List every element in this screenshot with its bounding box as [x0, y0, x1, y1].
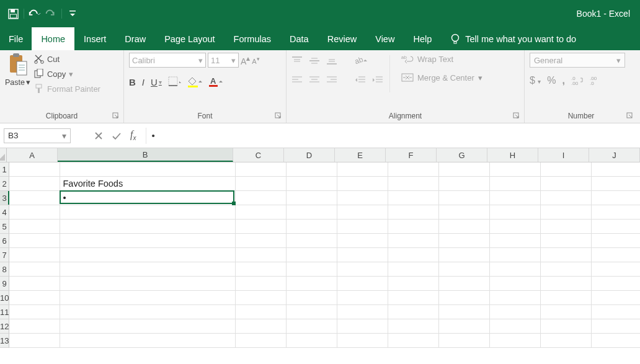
- font-color-button[interactable]: A: [209, 76, 224, 87]
- cell[interactable]: [9, 334, 60, 348]
- cancel-icon[interactable]: [94, 131, 103, 140]
- column-header[interactable]: A: [7, 148, 58, 162]
- column-header[interactable]: I: [538, 148, 589, 162]
- borders-button[interactable]: [168, 76, 182, 87]
- column-header[interactable]: J: [589, 148, 640, 162]
- row-header[interactable]: 2: [0, 177, 9, 191]
- cell[interactable]: [490, 220, 541, 234]
- cell[interactable]: [439, 305, 490, 319]
- cell[interactable]: [439, 205, 490, 220]
- cell[interactable]: [236, 191, 287, 205]
- cell[interactable]: [337, 234, 388, 248]
- tab-draw[interactable]: Draw: [115, 27, 155, 50]
- cell[interactable]: [490, 234, 541, 248]
- cell[interactable]: [388, 234, 439, 248]
- column-header[interactable]: D: [284, 148, 335, 162]
- customize-qat-button[interactable]: [66, 7, 79, 20]
- cell[interactable]: [60, 234, 236, 248]
- cell[interactable]: Favorite Foods: [60, 177, 236, 191]
- name-box[interactable]: B3 ▾: [4, 128, 71, 143]
- row-header[interactable]: 9: [0, 277, 9, 291]
- cell[interactable]: [490, 291, 541, 305]
- cell[interactable]: [236, 220, 287, 234]
- column-header[interactable]: H: [487, 148, 538, 162]
- paste-split-button[interactable]: Paste▾: [5, 53, 30, 87]
- cell[interactable]: [388, 205, 439, 220]
- dialog-launcher-icon[interactable]: [513, 112, 522, 121]
- cell[interactable]: [60, 162, 236, 177]
- column-header[interactable]: E: [335, 148, 386, 162]
- cell[interactable]: [439, 262, 490, 277]
- cell[interactable]: [9, 177, 60, 191]
- row-header[interactable]: 7: [0, 248, 9, 262]
- dialog-launcher-icon[interactable]: [626, 112, 635, 121]
- row-header[interactable]: 4: [0, 205, 9, 220]
- copy-button[interactable]: Copy ▾: [34, 69, 100, 79]
- cell[interactable]: [541, 234, 592, 248]
- cell[interactable]: [388, 191, 439, 205]
- row-header[interactable]: 11: [0, 305, 9, 319]
- cell[interactable]: [541, 319, 592, 334]
- cell[interactable]: [337, 162, 388, 177]
- cell[interactable]: [490, 248, 541, 262]
- tab-page-layout[interactable]: Page Layout: [155, 27, 224, 50]
- cell[interactable]: [337, 248, 388, 262]
- cell[interactable]: [9, 291, 60, 305]
- cell[interactable]: [337, 262, 388, 277]
- font-size-combo[interactable]: 11▾: [208, 53, 239, 68]
- cut-button[interactable]: Cut: [34, 54, 100, 64]
- bold-button[interactable]: B: [129, 77, 136, 87]
- cell[interactable]: [287, 334, 337, 348]
- cell[interactable]: [388, 334, 439, 348]
- align-right-icon[interactable]: [326, 75, 337, 85]
- cell[interactable]: [60, 205, 236, 220]
- row-header[interactable]: 13: [0, 334, 9, 348]
- cell[interactable]: [236, 177, 287, 191]
- cell[interactable]: [490, 205, 541, 220]
- cell[interactable]: [236, 305, 287, 319]
- fill-color-button[interactable]: [188, 76, 203, 87]
- cell[interactable]: [592, 205, 640, 220]
- cell[interactable]: [287, 305, 337, 319]
- cell[interactable]: [592, 319, 640, 334]
- cell[interactable]: [388, 277, 439, 291]
- tab-view[interactable]: View: [366, 27, 404, 50]
- cell[interactable]: [9, 262, 60, 277]
- cell[interactable]: [541, 220, 592, 234]
- cell[interactable]: [287, 234, 337, 248]
- tab-file[interactable]: File: [0, 27, 32, 50]
- tab-data[interactable]: Data: [280, 27, 318, 50]
- dialog-launcher-icon[interactable]: [275, 112, 283, 121]
- cell[interactable]: [236, 234, 287, 248]
- cell[interactable]: [490, 177, 541, 191]
- align-left-icon[interactable]: [291, 75, 303, 85]
- cell[interactable]: [592, 191, 640, 205]
- cell[interactable]: [541, 191, 592, 205]
- cell[interactable]: [287, 162, 337, 177]
- cell[interactable]: [236, 334, 287, 348]
- cell[interactable]: [490, 334, 541, 348]
- cell[interactable]: [337, 291, 388, 305]
- cell[interactable]: [592, 220, 640, 234]
- cell[interactable]: [337, 177, 388, 191]
- redo-button[interactable]: [44, 7, 58, 20]
- cell[interactable]: [388, 162, 439, 177]
- cell[interactable]: [592, 248, 640, 262]
- cell[interactable]: [439, 191, 490, 205]
- cell[interactable]: [541, 277, 592, 291]
- cell[interactable]: [337, 319, 388, 334]
- insert-function-icon[interactable]: fx: [130, 129, 136, 141]
- increase-indent-icon[interactable]: [372, 75, 383, 85]
- cell[interactable]: [541, 262, 592, 277]
- underline-button[interactable]: U ▾: [151, 77, 162, 87]
- format-painter-button[interactable]: Format Painter: [34, 84, 100, 94]
- cell[interactable]: [439, 248, 490, 262]
- cell[interactable]: [337, 205, 388, 220]
- select-all-corner[interactable]: [0, 148, 7, 162]
- merge-center-button[interactable]: Merge & Center ▾: [401, 73, 482, 82]
- percent-format-button[interactable]: %: [547, 75, 556, 86]
- cell[interactable]: [337, 305, 388, 319]
- cell[interactable]: [541, 291, 592, 305]
- column-header[interactable]: G: [437, 148, 487, 162]
- cell[interactable]: [287, 262, 337, 277]
